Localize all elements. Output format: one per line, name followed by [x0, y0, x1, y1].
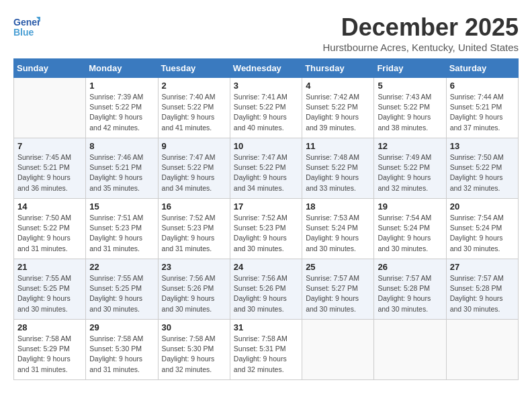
day-info: Sunrise: 7:53 AM Sunset: 5:24 PM Dayligh… [306, 213, 370, 254]
calendar-week-row: 7 Sunrise: 7:45 AM Sunset: 5:21 PM Dayli… [14, 138, 519, 199]
calendar-cell: 12 Sunrise: 7:49 AM Sunset: 5:22 PM Dayl… [374, 138, 446, 199]
calendar-cell: 6 Sunrise: 7:44 AM Sunset: 5:21 PM Dayli… [446, 78, 518, 138]
day-number: 6 [450, 81, 515, 91]
day-info: Sunrise: 7:52 AM Sunset: 5:23 PM Dayligh… [234, 213, 298, 254]
day-info: Sunrise: 7:39 AM Sunset: 5:22 PM Dayligh… [89, 92, 154, 133]
day-info: Sunrise: 7:57 AM Sunset: 5:28 PM Dayligh… [378, 273, 442, 314]
day-info: Sunrise: 7:57 AM Sunset: 5:28 PM Dayligh… [450, 273, 515, 314]
calendar-cell: 28 Sunrise: 7:58 AM Sunset: 5:29 PM Dayl… [14, 320, 86, 380]
day-number: 26 [378, 262, 442, 272]
day-info: Sunrise: 7:54 AM Sunset: 5:24 PM Dayligh… [450, 213, 515, 254]
day-info: Sunrise: 7:42 AM Sunset: 5:22 PM Dayligh… [306, 92, 370, 133]
day-info: Sunrise: 7:40 AM Sunset: 5:22 PM Dayligh… [162, 92, 226, 133]
day-number: 30 [162, 322, 226, 332]
day-info: Sunrise: 7:43 AM Sunset: 5:22 PM Dayligh… [378, 92, 442, 133]
calendar-cell: 24 Sunrise: 7:56 AM Sunset: 5:26 PM Dayl… [230, 259, 302, 320]
day-info: Sunrise: 7:56 AM Sunset: 5:26 PM Dayligh… [234, 273, 298, 314]
day-number: 8 [89, 141, 154, 151]
logo: General Blue [13, 13, 43, 42]
day-info: Sunrise: 7:49 AM Sunset: 5:22 PM Dayligh… [378, 152, 442, 193]
calendar-weekday-sunday: Sunday [14, 59, 86, 78]
calendar-cell: 10 Sunrise: 7:47 AM Sunset: 5:22 PM Dayl… [230, 138, 302, 199]
calendar-weekday-saturday: Saturday [446, 59, 518, 78]
calendar-cell: 21 Sunrise: 7:55 AM Sunset: 5:25 PM Dayl… [14, 259, 86, 320]
day-info: Sunrise: 7:47 AM Sunset: 5:22 PM Dayligh… [234, 152, 298, 193]
calendar-cell [446, 320, 518, 380]
day-info: Sunrise: 7:46 AM Sunset: 5:21 PM Dayligh… [89, 152, 154, 193]
day-number: 25 [306, 262, 370, 272]
day-info: Sunrise: 7:50 AM Sunset: 5:22 PM Dayligh… [450, 152, 515, 193]
day-number: 1 [89, 81, 154, 91]
day-number: 12 [378, 141, 442, 151]
day-info: Sunrise: 7:57 AM Sunset: 5:27 PM Dayligh… [306, 273, 370, 314]
calendar-cell: 20 Sunrise: 7:54 AM Sunset: 5:24 PM Dayl… [446, 199, 518, 259]
calendar-week-row: 14 Sunrise: 7:50 AM Sunset: 5:22 PM Dayl… [14, 199, 519, 259]
day-number: 22 [89, 262, 154, 272]
title-section: December 2025 Hurstbourne Acres, Kentuck… [322, 13, 519, 53]
day-number: 23 [162, 262, 226, 272]
calendar-cell: 23 Sunrise: 7:56 AM Sunset: 5:26 PM Dayl… [158, 259, 230, 320]
calendar-week-row: 21 Sunrise: 7:55 AM Sunset: 5:25 PM Dayl… [14, 259, 519, 320]
calendar-weekday-tuesday: Tuesday [158, 59, 230, 78]
calendar-cell: 29 Sunrise: 7:58 AM Sunset: 5:30 PM Dayl… [86, 320, 158, 380]
calendar-cell: 16 Sunrise: 7:52 AM Sunset: 5:23 PM Dayl… [158, 199, 230, 259]
calendar-cell: 7 Sunrise: 7:45 AM Sunset: 5:21 PM Dayli… [14, 138, 86, 199]
day-info: Sunrise: 7:52 AM Sunset: 5:23 PM Dayligh… [162, 213, 226, 254]
day-info: Sunrise: 7:55 AM Sunset: 5:25 PM Dayligh… [89, 273, 154, 314]
day-number: 7 [17, 141, 82, 151]
calendar-cell: 1 Sunrise: 7:39 AM Sunset: 5:22 PM Dayli… [86, 78, 158, 138]
calendar-cell: 4 Sunrise: 7:42 AM Sunset: 5:22 PM Dayli… [302, 78, 374, 138]
day-number: 28 [17, 322, 82, 332]
calendar-cell: 18 Sunrise: 7:53 AM Sunset: 5:24 PM Dayl… [302, 199, 374, 259]
day-info: Sunrise: 7:41 AM Sunset: 5:22 PM Dayligh… [234, 92, 298, 133]
calendar-cell [14, 78, 86, 138]
logo-icon: General Blue [13, 13, 40, 39]
calendar-cell: 27 Sunrise: 7:57 AM Sunset: 5:28 PM Dayl… [446, 259, 518, 320]
calendar-cell: 26 Sunrise: 7:57 AM Sunset: 5:28 PM Dayl… [374, 259, 446, 320]
day-info: Sunrise: 7:58 AM Sunset: 5:31 PM Dayligh… [234, 334, 298, 375]
calendar-week-row: 1 Sunrise: 7:39 AM Sunset: 5:22 PM Dayli… [14, 78, 519, 138]
calendar-weekday-monday: Monday [86, 59, 158, 78]
day-info: Sunrise: 7:58 AM Sunset: 5:30 PM Dayligh… [162, 334, 226, 375]
day-number: 16 [162, 201, 226, 212]
day-number: 24 [234, 262, 298, 272]
svg-text:Blue: Blue [13, 27, 34, 38]
day-number: 20 [450, 201, 515, 212]
day-number: 4 [306, 81, 370, 91]
calendar-week-row: 28 Sunrise: 7:58 AM Sunset: 5:29 PM Dayl… [14, 320, 519, 380]
day-number: 10 [234, 141, 298, 151]
calendar-cell: 13 Sunrise: 7:50 AM Sunset: 5:22 PM Dayl… [446, 138, 518, 199]
calendar-cell: 25 Sunrise: 7:57 AM Sunset: 5:27 PM Dayl… [302, 259, 374, 320]
calendar-cell [374, 320, 446, 380]
calendar-cell: 9 Sunrise: 7:47 AM Sunset: 5:22 PM Dayli… [158, 138, 230, 199]
day-info: Sunrise: 7:58 AM Sunset: 5:30 PM Dayligh… [89, 334, 154, 375]
day-number: 17 [234, 201, 298, 212]
calendar-cell: 17 Sunrise: 7:52 AM Sunset: 5:23 PM Dayl… [230, 199, 302, 259]
day-number: 19 [378, 201, 442, 212]
calendar-cell: 31 Sunrise: 7:58 AM Sunset: 5:31 PM Dayl… [230, 320, 302, 380]
day-info: Sunrise: 7:50 AM Sunset: 5:22 PM Dayligh… [17, 213, 82, 254]
day-number: 5 [378, 81, 442, 91]
day-info: Sunrise: 7:45 AM Sunset: 5:21 PM Dayligh… [17, 152, 82, 193]
calendar-weekday-wednesday: Wednesday [230, 59, 302, 78]
day-number: 13 [450, 141, 515, 151]
calendar-weekday-friday: Friday [374, 59, 446, 78]
day-number: 2 [162, 81, 226, 91]
calendar-cell: 5 Sunrise: 7:43 AM Sunset: 5:22 PM Dayli… [374, 78, 446, 138]
day-number: 31 [234, 322, 298, 332]
day-info: Sunrise: 7:51 AM Sunset: 5:23 PM Dayligh… [89, 213, 154, 254]
day-info: Sunrise: 7:44 AM Sunset: 5:21 PM Dayligh… [450, 92, 515, 133]
main-title: December 2025 [322, 13, 519, 42]
day-number: 3 [234, 81, 298, 91]
sub-title: Hurstbourne Acres, Kentucky, United Stat… [322, 42, 519, 53]
day-number: 11 [306, 141, 370, 151]
day-info: Sunrise: 7:58 AM Sunset: 5:29 PM Dayligh… [17, 334, 82, 375]
calendar-cell: 19 Sunrise: 7:54 AM Sunset: 5:24 PM Dayl… [374, 199, 446, 259]
svg-text:General: General [13, 17, 40, 28]
calendar-cell: 14 Sunrise: 7:50 AM Sunset: 5:22 PM Dayl… [14, 199, 86, 259]
day-number: 29 [89, 322, 154, 332]
calendar-table: SundayMondayTuesdayWednesdayThursdayFrid… [13, 58, 519, 380]
day-info: Sunrise: 7:55 AM Sunset: 5:25 PM Dayligh… [17, 273, 82, 314]
calendar-cell: 11 Sunrise: 7:48 AM Sunset: 5:22 PM Dayl… [302, 138, 374, 199]
day-number: 27 [450, 262, 515, 272]
